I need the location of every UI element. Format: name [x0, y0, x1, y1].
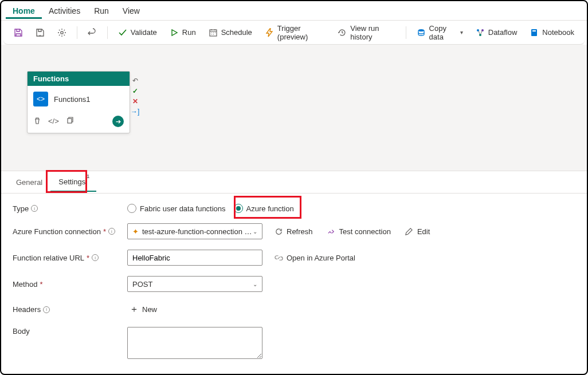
play-icon: [170, 28, 179, 37]
notebook-button[interactable]: Notebook: [525, 26, 579, 40]
info-icon[interactable]: i: [43, 306, 50, 313]
url-label: Function relative URL: [13, 254, 84, 262]
copy-data-button[interactable]: Copy data ▾: [412, 22, 468, 44]
settings-form: Type i Fabric user data functions Azure …: [1, 194, 587, 375]
open-portal-button[interactable]: Open in Azure Portal: [272, 252, 358, 263]
headers-label: Headers: [13, 305, 41, 314]
pipeline-canvas[interactable]: Functions <> Functions1 </> ➔ ↶ ✓ ✕ →]: [1, 45, 587, 171]
history-label: View run history: [350, 24, 395, 41]
save-icon: [14, 28, 23, 37]
notebook-icon: [530, 28, 539, 37]
connection-label: Azure Function connection: [13, 227, 101, 236]
url-input-wrap: [127, 250, 262, 266]
dataflow-icon: [476, 28, 485, 37]
refresh-button[interactable]: Refresh: [272, 226, 315, 237]
bolt-icon: [265, 28, 274, 37]
activity-run-icon[interactable]: ➔: [112, 116, 124, 127]
settings-button[interactable]: [53, 26, 71, 40]
highlight-azure-function: [234, 196, 301, 219]
method-value: POST: [132, 280, 152, 289]
check-icon: [118, 28, 127, 37]
svg-point-2: [418, 29, 424, 31]
activity-side-handles: ↶ ✓ ✕ →]: [131, 77, 139, 116]
edit-button[interactable]: Edit: [402, 226, 432, 237]
skip-handle-icon[interactable]: →]: [131, 108, 139, 116]
delete-icon[interactable]: [33, 117, 41, 127]
test-icon: [327, 227, 336, 236]
trigger-label: Trigger (preview): [277, 24, 325, 41]
dataflow-label: Dataflow: [488, 28, 518, 37]
info-icon[interactable]: i: [92, 254, 99, 261]
undo-icon: [88, 28, 97, 37]
notebook-label: Notebook: [542, 28, 574, 37]
test-connection-button[interactable]: Test connection: [324, 226, 393, 237]
save-button[interactable]: [9, 26, 28, 40]
undo-handle-icon[interactable]: ↶: [132, 77, 138, 85]
tab-run[interactable]: Run: [87, 3, 116, 19]
function-icon: <>: [33, 92, 48, 106]
svg-point-5: [479, 34, 481, 36]
svg-rect-6: [531, 29, 537, 36]
ribbon-tabs: Home Activities Run View: [1, 1, 587, 21]
type-label: Type: [13, 204, 29, 213]
copy-data-label: Copy data: [429, 24, 457, 41]
success-handle-icon[interactable]: ✓: [132, 87, 138, 95]
svg-point-0: [61, 31, 63, 33]
refresh-icon: [274, 227, 283, 236]
history-icon: [338, 28, 347, 37]
copy-data-icon: [417, 28, 426, 37]
schedule-label: Schedule: [221, 28, 252, 37]
chevron-down-icon: ▾: [460, 29, 463, 35]
copy-icon[interactable]: [66, 117, 74, 127]
activity-card[interactable]: Functions <> Functions1 </> ➔: [27, 71, 130, 133]
connection-select[interactable]: ✦ test-azure-function-connection s... ⌄: [127, 223, 262, 239]
calendar-icon: [209, 28, 218, 37]
info-icon[interactable]: i: [31, 205, 38, 212]
save-as-button[interactable]: [31, 26, 49, 40]
link-icon: [274, 253, 283, 262]
trigger-button[interactable]: Trigger (preview): [260, 22, 330, 44]
code-icon[interactable]: </>: [48, 117, 59, 127]
run-button[interactable]: Run: [165, 26, 201, 40]
svg-rect-7: [532, 30, 536, 31]
plus-icon: ＋: [130, 303, 139, 315]
history-button[interactable]: View run history: [333, 22, 400, 44]
toolbar: Validate Run Schedule Trigger (preview) …: [3, 21, 585, 45]
spark-icon: ✦: [132, 227, 139, 236]
activity-header: Functions: [28, 72, 130, 86]
method-select[interactable]: POST ⌄: [127, 276, 262, 292]
chevron-down-icon: ⌄: [253, 228, 257, 235]
radio-fabric-functions[interactable]: Fabric user data functions: [127, 204, 226, 213]
body-label: Body: [13, 327, 30, 335]
pencil-icon: [405, 227, 414, 236]
tab-home[interactable]: Home: [6, 3, 42, 19]
body-textarea[interactable]: [127, 327, 262, 359]
validate-button[interactable]: Validate: [113, 26, 162, 40]
method-label: Method: [13, 280, 37, 289]
radio-fabric-label: Fabric user data functions: [140, 204, 226, 213]
info-icon[interactable]: i: [108, 228, 115, 235]
activity-name: Functions1: [54, 95, 91, 104]
connection-value: test-azure-function-connection s...: [142, 227, 253, 236]
tab-view[interactable]: View: [116, 3, 147, 19]
save-as-icon: [36, 28, 45, 37]
validate-label: Validate: [131, 28, 157, 37]
url-input[interactable]: [132, 254, 257, 262]
dataflow-button[interactable]: Dataflow: [471, 26, 522, 40]
chevron-down-icon: ⌄: [253, 281, 257, 287]
svg-rect-8: [68, 119, 72, 123]
schedule-button[interactable]: Schedule: [204, 26, 257, 40]
undo-button[interactable]: [83, 26, 101, 40]
highlight-settings: [46, 170, 87, 193]
property-tabs: General Settings1: [1, 171, 587, 194]
tab-activities[interactable]: Activities: [42, 3, 87, 19]
fail-handle-icon[interactable]: ✕: [132, 97, 138, 105]
run-label: Run: [182, 28, 196, 37]
new-header-button[interactable]: ＋ New: [127, 302, 159, 317]
gear-icon: [57, 28, 66, 37]
tab-general[interactable]: General: [8, 173, 50, 191]
